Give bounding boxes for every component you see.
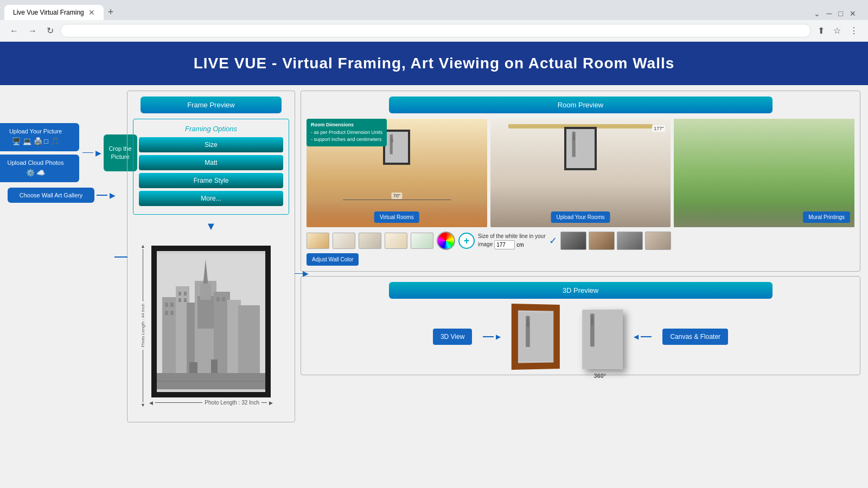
left-sidebar: Upload Your Picture 🖥️ 💻 🖨️ □ 🎵 Upload C… bbox=[8, 91, 122, 422]
3d-canvas-picture: 360° bbox=[577, 310, 623, 369]
room-preview-panel: Room Preview Room Dimensions - as per Pr… bbox=[301, 91, 860, 272]
address-bar[interactable] bbox=[60, 24, 811, 37]
svg-rect-15 bbox=[178, 292, 181, 296]
svg-rect-31 bbox=[518, 312, 553, 362]
tab-title: Live Vue Virtual Framing bbox=[13, 9, 84, 16]
room-preview-button[interactable]: Room Preview bbox=[389, 97, 773, 113]
bookmark-button[interactable]: ☆ bbox=[830, 23, 844, 38]
right-panels: Room Preview Room Dimensions - as per Pr… bbox=[301, 91, 860, 422]
page-layout: LIVE VUE - Virtual Framing, Art Viewing … bbox=[0, 42, 868, 486]
3d-canvas bbox=[583, 310, 623, 370]
down-arrow: ▼ bbox=[133, 220, 289, 233]
svg-rect-25 bbox=[386, 132, 408, 163]
close-button[interactable]: ✕ bbox=[846, 7, 859, 20]
add-button[interactable]: + bbox=[458, 233, 475, 249]
room2-art bbox=[566, 129, 595, 168]
room-thumb-4[interactable] bbox=[385, 233, 407, 249]
upload-picture-button[interactable]: Upload Your Picture 🖥️ 💻 🖨️ □ 🎵 bbox=[0, 123, 79, 151]
framing-options-box: Framing Options Size Matt Frame Style Mo… bbox=[133, 119, 289, 215]
svg-rect-9 bbox=[197, 296, 214, 329]
browser-toolbar: ← → ↻ ⬆ ☆ ⋮ bbox=[0, 20, 868, 42]
tab-list-button[interactable]: ⌄ bbox=[810, 7, 824, 20]
preview-thumb-4[interactable] bbox=[645, 232, 671, 250]
gallery-row: Choose Wall Art Gallery ▶ bbox=[8, 188, 122, 203]
forward-button[interactable]: → bbox=[25, 24, 40, 38]
3d-frame bbox=[512, 304, 560, 370]
adjust-wall-button[interactable]: Adjust Wall Color bbox=[307, 253, 359, 266]
3d-view-button[interactable]: 3D View bbox=[433, 329, 472, 345]
3d-preview-button[interactable]: 3D Preview bbox=[389, 282, 773, 299]
svg-rect-17 bbox=[178, 298, 181, 302]
right-3d-connector: ◀ bbox=[634, 333, 652, 341]
more-button[interactable]: More... bbox=[139, 191, 283, 206]
upload-pair: Upload Your Picture 🖥️ 💻 🖨️ □ 🎵 Upload C… bbox=[0, 123, 137, 182]
mural-printings-button[interactable]: Mural Printings bbox=[803, 211, 850, 223]
canvas-floater-button[interactable]: Canvas & Floater bbox=[662, 329, 728, 345]
dim-label-70: 70" bbox=[392, 192, 402, 199]
upload-buttons: Upload Your Picture 🖥️ 💻 🖨️ □ 🎵 Upload C… bbox=[0, 123, 79, 182]
3d-preview-panel: 3D Preview 3D View ▶ bbox=[301, 276, 860, 375]
svg-rect-34 bbox=[583, 310, 622, 370]
color-wheel[interactable] bbox=[437, 232, 455, 250]
upload-icons: 🖥️ 💻 🖨️ □ 🎵 bbox=[0, 137, 74, 146]
frame-preview-button[interactable]: Frame Preview bbox=[141, 97, 281, 113]
verify-icon[interactable]: ✓ bbox=[549, 235, 557, 247]
content-area: Upload Your Picture 🖥️ 💻 🖨️ □ 🎵 Upload C… bbox=[0, 85, 868, 428]
dim-line-70 bbox=[343, 200, 451, 200]
room-thumb-5[interactable] bbox=[411, 233, 433, 249]
svg-rect-19 bbox=[216, 297, 220, 301]
room-thumb-1[interactable] bbox=[307, 233, 329, 249]
frame-style-button[interactable]: Frame Style bbox=[139, 173, 283, 188]
tab-bar: Live Vue Virtual Framing ✕ + ⌄ ─ □ ✕ bbox=[0, 0, 868, 20]
room-thumb-3[interactable] bbox=[359, 233, 381, 249]
share-button[interactable]: ⬆ bbox=[814, 23, 828, 38]
choose-gallery-button[interactable]: Choose Wall Art Gallery bbox=[8, 188, 94, 203]
upload-rooms-wrapper: Upload Your Rooms bbox=[551, 211, 610, 223]
preview-thumb-3[interactable] bbox=[617, 232, 643, 250]
matt-button[interactable]: Matt bbox=[139, 155, 283, 170]
white-line-input[interactable] bbox=[494, 240, 515, 249]
cm-label: cm bbox=[516, 242, 524, 248]
v-measurement: ▲ Photo Length : 44 Inch ▼ bbox=[141, 243, 145, 408]
menu-button[interactable]: ⋮ bbox=[846, 23, 861, 38]
upload-rooms-button[interactable]: Upload Your Rooms bbox=[551, 211, 610, 223]
room-controls-row: + Size of the white line in your image c… bbox=[307, 232, 854, 250]
3d-frame-art bbox=[518, 310, 553, 363]
svg-rect-14 bbox=[170, 311, 174, 315]
adjust-wall-row: Adjust Wall Color bbox=[307, 253, 854, 266]
right-arrow: ▶ bbox=[303, 269, 309, 278]
hanging-frame-1 bbox=[383, 130, 410, 165]
room-dimensions-tooltip: Room Dimensions - as per Product Dimensi… bbox=[307, 119, 387, 146]
upload-cloud-button[interactable]: Upload Cloud Photos ⚙️ ☁️ bbox=[0, 155, 79, 183]
new-tab-button[interactable]: + bbox=[104, 4, 118, 20]
maximize-button[interactable]: □ bbox=[835, 7, 846, 20]
window-controls: ⌄ ─ □ ✕ bbox=[810, 7, 864, 20]
preview-thumb-1[interactable] bbox=[560, 232, 586, 250]
left-connector bbox=[114, 256, 127, 258]
3d-canvas-art bbox=[583, 310, 623, 370]
3d-panel-body: 3D View ▶ bbox=[307, 304, 854, 369]
room1-art bbox=[385, 132, 408, 163]
preview-thumb-2[interactable] bbox=[589, 232, 615, 250]
svg-rect-10 bbox=[200, 284, 211, 300]
minimize-button[interactable]: ─ bbox=[824, 7, 835, 20]
frame-border bbox=[151, 246, 271, 397]
left-3d-connector: ▶ bbox=[483, 333, 501, 341]
back-button[interactable]: ← bbox=[7, 24, 22, 38]
active-tab[interactable]: Live Vue Virtual Framing ✕ bbox=[4, 5, 104, 20]
svg-rect-18 bbox=[184, 298, 187, 302]
room-image-3: Mural Printings bbox=[674, 119, 854, 227]
framing-options-title: Framing Options bbox=[139, 125, 283, 133]
mural-wrapper: Mural Printings bbox=[803, 211, 850, 223]
svg-rect-24 bbox=[211, 359, 218, 373]
room-images-row: Room Dimensions - as per Product Dimensi… bbox=[307, 119, 854, 227]
size-button[interactable]: Size bbox=[139, 137, 283, 152]
tab-close-button[interactable]: ✕ bbox=[88, 8, 95, 17]
header-banner: LIVE VUE - Virtual Framing, Art Viewing … bbox=[0, 42, 868, 85]
frame-preview-container: Frame Preview Framing Options Size Matt … bbox=[127, 91, 295, 422]
virtual-rooms-button[interactable]: Virtual Rooms bbox=[374, 211, 419, 223]
3d-framed-picture bbox=[512, 304, 560, 369]
refresh-button[interactable]: ↻ bbox=[43, 23, 57, 38]
room-thumb-2[interactable] bbox=[333, 233, 355, 249]
city-sketch-svg bbox=[157, 251, 265, 392]
